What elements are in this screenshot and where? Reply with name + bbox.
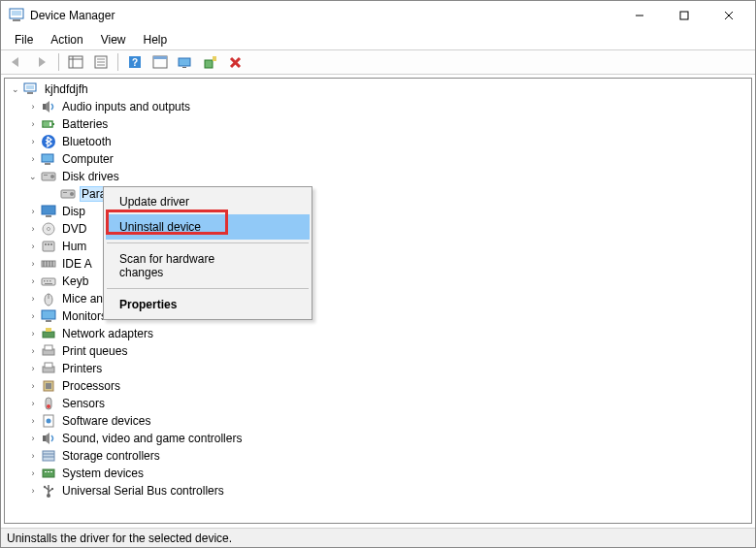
menu-file[interactable]: File [7, 31, 41, 48]
usb-icon [41, 483, 56, 499]
tree-category[interactable]: ›Printers [5, 360, 751, 377]
device-tree[interactable]: ⌄kjhdfdjfh›Audio inputs and outputs›Batt… [4, 78, 752, 524]
tree-category[interactable]: ›System devices [5, 465, 751, 482]
tree-category[interactable]: ›Audio inputs and outputs [5, 98, 751, 115]
tree-category[interactable]: ⌄Disk drives [5, 168, 751, 185]
tree-item-label: DVD [60, 222, 88, 236]
svg-rect-2 [13, 19, 20, 21]
show-hide-tree-button[interactable] [64, 51, 87, 73]
tree-category[interactable]: ›Sound, video and game controllers [5, 430, 751, 447]
expander-icon[interactable]: ⌄ [26, 173, 40, 181]
svg-rect-27 [43, 104, 46, 110]
expander-icon[interactable]: › [26, 365, 40, 373]
tree-root[interactable]: ⌄kjhdfdjfh [5, 81, 751, 98]
expander-icon[interactable]: › [26, 382, 40, 391]
svg-rect-41 [46, 215, 51, 217]
menu-bar: File Action View Help [1, 30, 755, 49]
minimize-button[interactable] [617, 1, 662, 30]
uninstall-button[interactable] [224, 51, 247, 73]
expander-icon[interactable]: › [26, 138, 40, 146]
svg-rect-40 [42, 206, 55, 214]
menu-help[interactable]: Help [136, 31, 176, 48]
cpu-icon [41, 378, 56, 394]
ide-icon [41, 256, 56, 272]
expander-icon[interactable]: › [26, 347, 40, 356]
expander-icon[interactable]: › [26, 452, 40, 461]
expander-icon[interactable]: ⌄ [9, 85, 22, 94]
title-bar: Device Manager [1, 1, 755, 30]
expander-icon[interactable]: › [26, 312, 40, 321]
maximize-button[interactable] [662, 1, 707, 30]
tree-category[interactable]: ›Storage controllers [5, 447, 751, 465]
svg-rect-17 [153, 56, 167, 59]
tree-category[interactable]: ›Sensors [5, 395, 751, 412]
expander-icon[interactable]: › [26, 208, 40, 216]
tree-item-label: Bluetooth [60, 135, 114, 148]
tree-category[interactable]: ›Universal Serial Bus controllers [5, 482, 751, 500]
context-menu-item[interactable]: Scan for hardware changes [106, 246, 310, 285]
expander-icon[interactable]: › [26, 487, 40, 496]
expander-icon[interactable]: › [26, 417, 40, 426]
expander-icon[interactable]: › [26, 120, 40, 129]
svg-rect-75 [43, 451, 54, 461]
computer-root-icon [23, 81, 39, 97]
window-title: Device Manager [30, 9, 617, 22]
action-button[interactable] [148, 51, 172, 73]
expander-icon[interactable]: › [26, 295, 40, 304]
expander-icon[interactable]: › [26, 469, 40, 478]
help-button[interactable]: ? [123, 51, 147, 73]
svg-rect-79 [45, 471, 47, 472]
tree-category[interactable]: ›Processors [5, 377, 751, 395]
system-icon [41, 466, 56, 481]
svg-rect-69 [46, 383, 51, 389]
tree-category[interactable]: ›Computer [5, 150, 751, 168]
storage-icon [41, 448, 56, 464]
menu-view[interactable]: View [93, 31, 134, 48]
tree-category[interactable]: ›Network adapters [5, 325, 751, 342]
display-icon [41, 204, 56, 219]
tree-item-label: Computer [60, 152, 115, 166]
add-legacy-button[interactable] [199, 51, 222, 73]
expander-icon[interactable]: › [26, 400, 40, 408]
close-button[interactable] [707, 1, 751, 30]
svg-rect-63 [46, 328, 51, 332]
forward-button[interactable] [30, 51, 53, 73]
tree-item-label: Monitors [60, 309, 109, 323]
expander-icon[interactable]: › [26, 330, 40, 338]
expander-icon[interactable]: › [26, 260, 40, 269]
tree-item-label: Audio inputs and outputs [60, 100, 192, 113]
svg-rect-7 [69, 56, 82, 68]
bluetooth-icon [41, 134, 56, 149]
expander-icon[interactable]: › [26, 103, 40, 112]
tree-item-label: Software devices [60, 414, 152, 428]
menu-action[interactable]: Action [43, 31, 90, 48]
tree-category[interactable]: ›Software devices [5, 412, 751, 430]
svg-rect-18 [179, 58, 190, 66]
mouse-icon [41, 291, 56, 306]
context-menu-item[interactable]: Uninstall device [106, 214, 310, 240]
context-menu-item[interactable]: Update driver [106, 189, 310, 214]
svg-rect-32 [42, 154, 53, 162]
tree-category[interactable]: ›Bluetooth [5, 133, 751, 150]
properties-button[interactable] [89, 51, 113, 73]
tree-category[interactable]: ›Batteries [5, 115, 751, 133]
speaker-icon [41, 99, 56, 114]
status-bar: Uninstalls the driver for the selected d… [1, 528, 755, 547]
toolbar: ? [1, 49, 755, 75]
context-menu-item[interactable]: Properties [106, 292, 310, 317]
expander-icon[interactable]: › [26, 277, 40, 286]
tree-item-label: Keyb [60, 274, 90, 288]
toolbar-separator [117, 53, 118, 71]
expander-icon[interactable]: › [26, 225, 40, 234]
expander-icon[interactable]: › [26, 242, 40, 251]
tree-category[interactable]: ›Print queues [5, 342, 751, 360]
expander-icon[interactable]: › [26, 155, 40, 164]
app-icon [9, 8, 24, 23]
back-button[interactable] [5, 51, 28, 73]
svg-rect-25 [26, 85, 34, 89]
svg-point-86 [44, 486, 46, 488]
tree-item-label: Disp [60, 205, 87, 218]
svg-rect-33 [45, 163, 50, 165]
scan-hardware-button[interactable] [174, 51, 197, 73]
expander-icon[interactable]: › [26, 435, 40, 443]
